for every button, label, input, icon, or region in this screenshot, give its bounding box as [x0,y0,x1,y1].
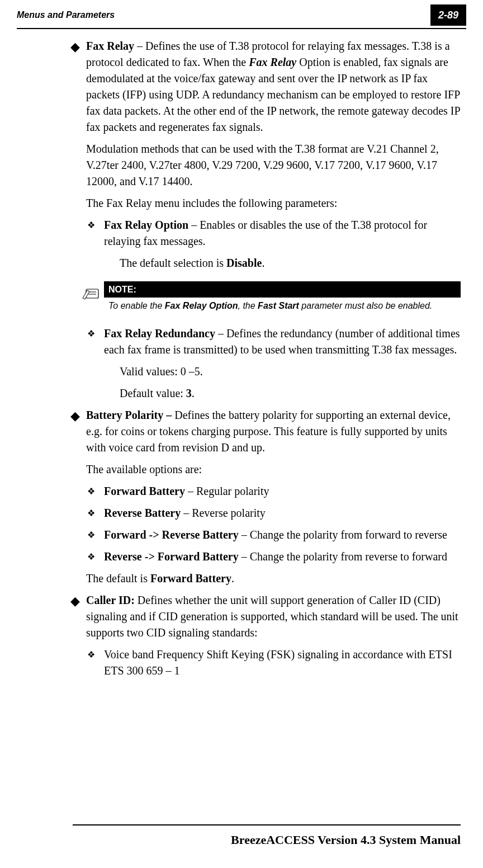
cross-bullet-icon: ❖ [87,550,95,563]
note-mid: , the [238,301,258,310]
note-pre: To enable the [108,301,165,310]
battery-rev: ❖ Reverse Battery – Reverse polarity [73,505,461,521]
battery-default: The default is Forward Battery. [73,570,461,587]
page-number-badge: 2-89 [430,4,466,26]
fax-relay-option-title: Fax Relay Option [104,219,188,231]
cross-bullet-icon: ❖ [87,485,95,498]
note-b2: Fast Start [258,301,299,310]
header-title: Menus and Parameters [17,8,115,21]
cid-title: Caller ID: [86,594,138,606]
opt-title: Forward -> Reverse Battery [104,529,239,541]
fax-relay-title: Fax Relay [86,40,134,52]
cross-bullet-icon: ❖ [87,327,95,340]
opt-title: Reverse -> Forward Battery [104,550,239,563]
default-pre: The default is [86,572,150,584]
battery-fr: ❖ Forward -> Reverse Battery – Change th… [73,527,461,543]
battery-item: ◆ Battery Polarity – Defines the battery… [73,407,461,456]
default-pre: The default selection is [120,257,226,269]
opt-text: – Reverse polarity [181,507,266,519]
cid-sub1-text: Voice band Frequency Shift Keying (FSK) … [104,648,452,677]
opt-text: – Change the polarity from reverse to fo… [239,550,447,563]
default-val: Disable [226,257,262,269]
fax-redundancy-title: Fax Relay Redundancy [104,327,215,339]
battery-fwd: ❖ Forward Battery – Regular polarity [73,483,461,499]
cross-bullet-icon: ❖ [87,219,95,232]
cid-item: ◆ Caller ID: Defines whether the unit wi… [73,592,461,641]
default-pre: Default value: [120,387,186,399]
diamond-bullet-icon: ◆ [70,38,80,56]
note-box: NOTE: To enable the Fax Relay Option, th… [104,281,461,317]
footer: BreezeACCESS Version 4.3 System Manual [0,819,483,849]
battery-title: Battery Polarity – [86,409,174,421]
cid-sub1: ❖ Voice band Frequency Shift Keying (FSK… [73,647,461,679]
body-content: ◆ Fax Relay – Defines the use of T.38 pr… [0,29,483,679]
default-post: . [192,387,195,399]
fax-relay-p2: Modulation methods that can be used with… [73,141,461,190]
cross-bullet-icon: ❖ [87,529,95,541]
fax-relay-option-item: ❖ Fax Relay Option – Enables or disables… [73,217,461,249]
fax-relay-redundancy-item: ❖ Fax Relay Redundancy – Defines the red… [73,326,461,358]
footer-rule [73,824,461,825]
note-b1: Fax Relay Option [165,301,238,310]
cid-text: Defines whether the unit will support ge… [86,594,458,639]
cross-bullet-icon: ❖ [87,648,95,661]
default-val: 3 [186,387,192,399]
fax-redundancy-default: Default value: 3. [73,385,461,402]
cross-bullet-icon: ❖ [87,507,95,520]
fax-redundancy-valid: Valid values: 0 –5. [73,364,461,380]
fax-relay-bolditalic: Fax Relay [249,56,296,68]
footer-text: BreezeACCESS Version 4.3 System Manual [73,831,461,849]
note-icon [82,285,101,300]
fax-relay-item: ◆ Fax Relay – Defines the use of T.38 pr… [73,38,461,135]
note-post: parameter must also be enabled. [299,301,432,310]
opt-text: – Regular polarity [185,485,269,497]
default-post: . [231,572,234,584]
note-body: To enable the Fax Relay Option, the Fast… [104,298,461,317]
diamond-bullet-icon: ◆ [70,592,80,610]
opt-text: – Change the polarity from forward to re… [239,529,447,541]
default-post: . [262,257,264,269]
note-header: NOTE: [104,281,461,298]
battery-rf: ❖ Reverse -> Forward Battery – Change th… [73,549,461,565]
battery-avail: The available options are: [73,461,461,478]
fax-relay-p3: The Fax Relay menu includes the followin… [73,195,461,211]
default-val: Forward Battery [150,572,231,584]
opt-title: Forward Battery [104,485,185,497]
diamond-bullet-icon: ◆ [70,407,80,425]
opt-title: Reverse Battery [104,507,181,519]
fax-relay-option-default: The default selection is Disable. [73,255,461,271]
